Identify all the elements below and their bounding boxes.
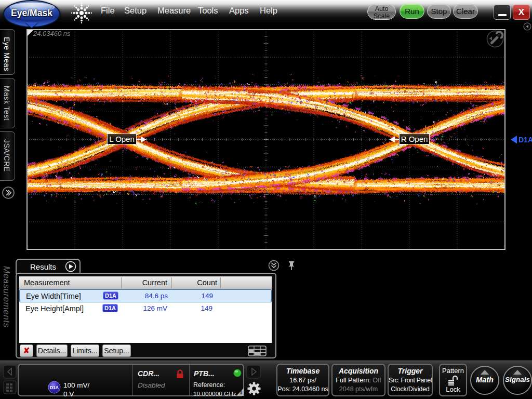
svg-text:D1A: D1A bbox=[50, 385, 59, 390]
